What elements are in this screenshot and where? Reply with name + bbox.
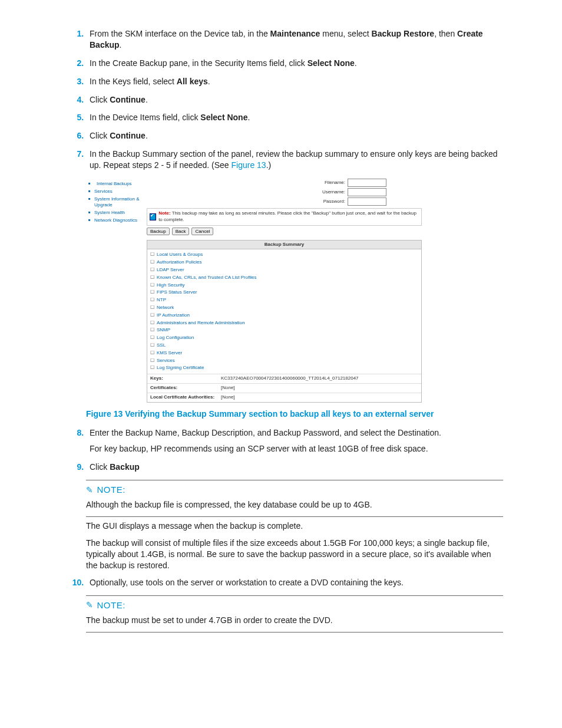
sidebar-item[interactable]: System Health — [88, 209, 144, 217]
summary-item: FIPS Status Server — [150, 289, 418, 297]
ordered-steps-cont2: Optionally, use tools on the server or w… — [59, 577, 503, 588]
step-10: Optionally, use tools on the server or w… — [86, 577, 503, 588]
ordered-steps: From the SKM interface on the Device tab… — [59, 28, 503, 171]
summary-item: Administrators and Remote Administration — [150, 319, 418, 327]
backup-button[interactable]: Backup — [147, 228, 170, 235]
summary-item: Local Users & Groups — [150, 251, 418, 259]
note-icon: ✎ — [86, 485, 94, 496]
summary-item: KMS Server — [150, 350, 418, 357]
warning-bar: Note: This backup may take as long as se… — [147, 208, 422, 226]
step-8: Enter the Backup Name, Backup Descriptio… — [86, 427, 503, 454]
sidebar-item[interactable]: System Information & Upgrade — [88, 196, 144, 210]
sidebar: Internal Backups Services System Informa… — [86, 178, 147, 403]
ordered-steps-cont: Enter the Backup Name, Backup Descriptio… — [59, 427, 503, 473]
summary-item: Known CAs, CRLs, and Trusted CA List Pro… — [150, 274, 418, 282]
summary-item: LDAP Server — [150, 266, 418, 274]
note-1: ✎NOTE: Although the backup file is compr… — [86, 480, 503, 571]
summary-item: IP Authorization — [150, 312, 418, 319]
note-2: ✎NOTE: The backup must be set to under 4… — [86, 595, 503, 633]
figure-13: Internal Backups Services System Informa… — [86, 178, 503, 419]
check-icon — [150, 213, 156, 220]
step-3: In the Keys field, select All keys. — [86, 76, 503, 87]
summary-item: Authorization Policies — [150, 259, 418, 266]
summary-item: SSL — [150, 342, 418, 350]
panel-header: Backup Summary — [147, 241, 421, 250]
cancel-button[interactable]: Cancel — [191, 228, 213, 235]
back-button[interactable]: Back — [172, 228, 190, 235]
step-7: In the Backup Summary section of the pan… — [86, 149, 503, 171]
step-1: From the SKM interface on the Device tab… — [86, 28, 503, 51]
username-label: Username: — [310, 189, 345, 196]
password-input[interactable] — [348, 197, 386, 206]
step-4: Click Continue. — [86, 94, 503, 106]
step-6: Click Continue. — [86, 130, 503, 141]
username-input[interactable] — [348, 188, 386, 196]
note-icon: ✎ — [86, 599, 94, 611]
step-2: In the Create Backup pane, in the Securi… — [86, 58, 503, 69]
password-label: Password: — [310, 199, 345, 205]
figure-link[interactable]: Figure 13 — [232, 160, 266, 170]
summary-item: SNMP — [150, 327, 418, 334]
summary-item: Services — [150, 357, 418, 365]
backup-gui: Internal Backups Services System Informa… — [86, 178, 422, 403]
filename-input[interactable] — [348, 179, 386, 187]
step-5: In the Device Items field, click Select … — [86, 112, 503, 123]
summary-item: Network — [150, 304, 418, 312]
sidebar-item[interactable]: Network Diagnostics — [88, 217, 144, 225]
sidebar-item[interactable]: Internal Backups — [88, 180, 144, 188]
summary-item: High Security — [150, 282, 418, 289]
sidebar-item[interactable]: Services — [88, 188, 144, 196]
step-9: Click Backup — [86, 462, 503, 473]
summary-item: Log Signing Certificate — [150, 364, 418, 372]
backup-summary-panel: Backup Summary Local Users & GroupsAutho… — [147, 240, 422, 403]
figure-caption: Figure 13 Verifying the Backup Summary s… — [86, 409, 503, 420]
summary-item: Log Configuration — [150, 334, 418, 342]
filename-label: Filename: — [310, 180, 345, 186]
summary-item: NTP — [150, 297, 418, 304]
